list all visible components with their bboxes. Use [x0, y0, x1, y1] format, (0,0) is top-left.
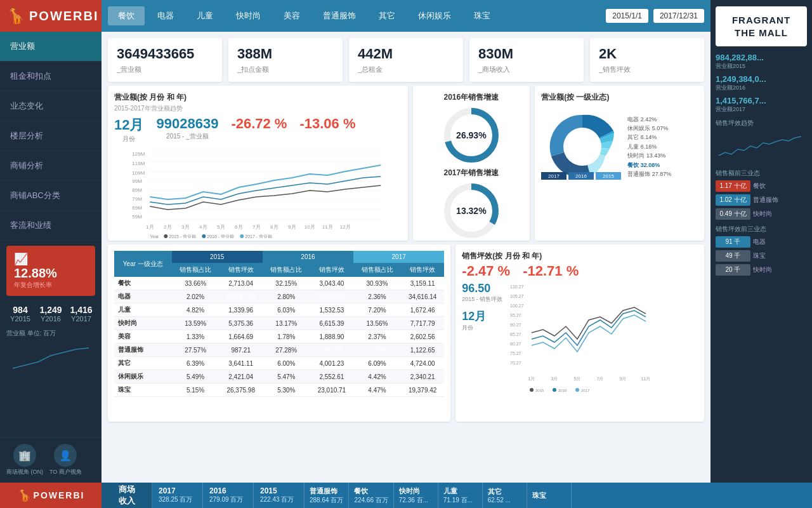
svg-text:90.27: 90.27: [510, 323, 521, 327]
right-panel: FRAGRANTTHE MALL 984,282,88... 营业额20151,…: [710, 0, 812, 508]
row-s15: 5.15%: [172, 384, 219, 397]
sidebar-item[interactable]: 商铺分析: [0, 151, 102, 181]
growth-chart: 2016年销售增速 26.93% 2017年销售增速: [413, 86, 530, 241]
svg-text:2015: 2015: [603, 173, 614, 179]
row-s16: 5.47%: [263, 370, 310, 384]
bottom-col-cat: 儿童 71.19 百...: [438, 483, 483, 508]
date-start[interactable]: 2015/1/1: [606, 9, 648, 23]
kpi-label: _商场收入: [478, 65, 575, 74]
row-e16: 2,552.61: [310, 370, 353, 384]
row-s17: 7.20%: [353, 304, 401, 317]
nav-tab[interactable]: 快时尚: [226, 6, 271, 25]
growth-title1: 2016年销售增速: [443, 92, 500, 103]
nav-tab[interactable]: 普通服饰: [313, 6, 366, 25]
trend-val1: 99028639: [156, 116, 218, 132]
svg-text:2015: 2015: [535, 389, 544, 392]
svg-text:5月: 5月: [574, 377, 581, 381]
nav-tab[interactable]: 休闲娱乐: [408, 6, 461, 25]
svg-text:2016: 2016: [558, 389, 567, 392]
th-s15: 销售额占比: [172, 263, 219, 277]
row-s17: 2.37%: [353, 330, 401, 344]
nav-tab[interactable]: 餐饮: [108, 6, 145, 25]
bar-item: 20 千 快时尚: [716, 264, 807, 276]
svg-point-33: [240, 234, 244, 238]
date-end[interactable]: 2017/12/31: [653, 9, 704, 23]
year-stat: 984Y2015: [6, 305, 34, 323]
svg-text:119M: 119M: [132, 161, 145, 166]
nav-tab[interactable]: 其它: [369, 6, 405, 25]
growth-title2: 2017年销售增速: [443, 168, 500, 178]
bottom-logo-icon: 🦒: [17, 488, 31, 502]
trend-title: 营业额(按 月份 和 年): [114, 92, 402, 103]
kpi-label: _扣点金额: [237, 65, 334, 74]
main-content: 餐饮电器儿童快时尚美容普通服饰其它休闲娱乐珠宝2015/1/1 2017/12/…: [102, 0, 710, 508]
bar-value: 91 千: [716, 236, 750, 248]
bar-value: 1.17 十亿: [716, 180, 750, 192]
growth-label: 年复合增长率: [14, 281, 52, 290]
svg-text:3月: 3月: [551, 377, 558, 381]
row-name: 快时尚: [114, 317, 172, 330]
row-e15: 36,047.96: [219, 290, 263, 304]
date-range: 2015/1/1 2017/12/31: [606, 9, 704, 23]
row-s16: 6.00%: [263, 357, 310, 370]
row-s17: 28.59%: [353, 344, 401, 357]
svg-text:100.27: 100.27: [510, 304, 524, 308]
bottom-col-cat: 珠宝: [527, 483, 572, 508]
svg-text:11月: 11月: [322, 224, 333, 230]
mall-view-icon[interactable]: 🏢: [13, 444, 36, 467]
svg-text:95.27: 95.27: [510, 313, 521, 318]
sidebar-item[interactable]: 商铺ABC分类: [0, 181, 102, 211]
row-e16: 4,001.23: [310, 357, 353, 370]
sidebar-item[interactable]: 业态变化: [0, 91, 102, 121]
row-e15: 5,375.36: [219, 317, 263, 330]
row-s16: 2.80%: [263, 290, 310, 304]
svg-text:79M: 79M: [132, 196, 142, 202]
th-2017: 2017: [353, 251, 444, 263]
row-name: 美容: [114, 330, 172, 344]
table-row: 快时尚 13.59% 5,375.36 13.17% 6,615.39 13.5…: [114, 317, 444, 330]
svg-text:7月: 7月: [597, 377, 604, 381]
sidebar-item[interactable]: 客流和业绩: [0, 211, 102, 241]
spark-sub: 2015 - 销售坪效: [462, 295, 502, 304]
bottom-brand: POWERBI: [34, 490, 85, 500]
mini-chart: [6, 343, 95, 375]
sidebar-item[interactable]: 营业额: [0, 32, 102, 62]
nav-tab[interactable]: 美容: [273, 6, 310, 25]
sidebar-item[interactable]: 租金和扣点: [0, 62, 102, 91]
svg-text:8月: 8月: [270, 224, 278, 230]
bar-label: 普通服饰: [753, 196, 778, 204]
year-stats: 984Y20151,249Y20161,416Y2017: [0, 301, 102, 326]
nav-tab[interactable]: 儿童: [187, 6, 223, 25]
row-name: 其它: [114, 357, 172, 370]
svg-text:69M: 69M: [132, 205, 142, 211]
svg-text:85.27: 85.27: [510, 332, 521, 337]
row-e17: 34,616.14: [401, 290, 444, 304]
trend-month: 12月: [114, 116, 143, 135]
nav-tab[interactable]: 电器: [147, 6, 184, 25]
merchant-view-icon[interactable]: 👤: [54, 444, 77, 467]
revenue-label: 营业额2015: [716, 62, 807, 70]
revenue-items: 984,282,88... 营业额20151,249,384,0... 营业额2…: [716, 53, 807, 114]
revenue-value: 984,282,88...: [716, 53, 807, 62]
svg-text:110.27: 110.27: [510, 284, 524, 289]
svg-text:2016: 2016: [575, 173, 587, 179]
nav-tab[interactable]: 珠宝: [464, 6, 501, 25]
svg-text:129M: 129M: [132, 151, 145, 157]
row-e16: 50,690.27: [310, 290, 353, 304]
bottom-logo: 🦒 POWERBI: [0, 483, 102, 508]
row-e15: 2,421.04: [219, 370, 263, 384]
svg-point-31: [202, 234, 206, 238]
row-e17: 1,672.46: [401, 304, 444, 317]
row-s15: 33.66%: [172, 277, 219, 290]
kpi-row: 3649433665 _营业额388M _扣点金额442M _总租金830M _…: [102, 32, 710, 86]
row-e17: 2,340.21: [401, 370, 444, 384]
mall-logo: FRAGRANTTHE MALL: [716, 6, 807, 46]
right-sparkline: [716, 130, 807, 162]
table-body: 餐饮 33.66% 2,713.04 32.15% 3,043.40 30.93…: [114, 277, 444, 397]
bottom-col-cat: 快时尚 72.36 百...: [394, 483, 438, 508]
svg-text:Year: Year: [150, 234, 159, 238]
sidebar-item[interactable]: 楼层分析: [0, 121, 102, 151]
sidebar: 🦒 POWERBI 营业额租金和扣点业态变化楼层分析商铺分析商铺ABC分类客流和…: [0, 0, 102, 483]
nav-items: 营业额租金和扣点业态变化楼层分析商铺分析商铺ABC分类客流和业绩: [0, 32, 102, 241]
row-s15: 5.49%: [172, 370, 219, 384]
